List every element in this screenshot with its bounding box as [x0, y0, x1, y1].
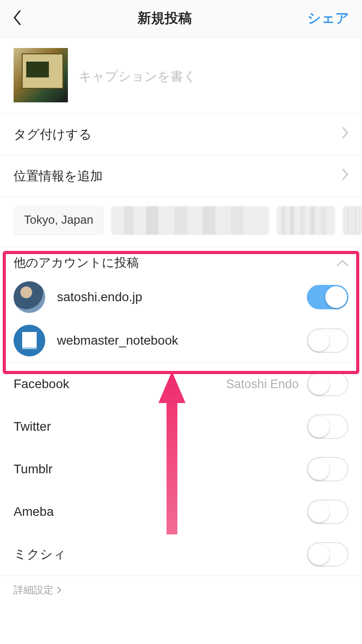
location-chip-blurred[interactable]: [111, 206, 269, 235]
caption-row: [0, 37, 362, 114]
share-target-label: Facebook: [14, 377, 69, 391]
location-chip-tokyo[interactable]: Tokyo, Japan: [14, 206, 104, 235]
chevron-right-icon: [342, 168, 348, 183]
share-target-extra: Satoshi Endo: [226, 377, 299, 391]
add-location-label: 位置情報を追加: [14, 168, 103, 185]
add-location-row[interactable]: 位置情報を追加: [0, 155, 362, 197]
post-thumbnail[interactable]: [14, 48, 68, 102]
share-button[interactable]: シェア: [307, 9, 349, 28]
share-target-row: Tumblr: [0, 448, 362, 490]
location-chip-blurred[interactable]: [343, 206, 362, 235]
other-accounts-header[interactable]: 他のアカウントに投稿: [0, 247, 362, 275]
location-suggestions: Tokyo, Japan: [0, 197, 362, 247]
account-toggle[interactable]: [307, 328, 348, 353]
back-button[interactable]: [13, 10, 22, 27]
tag-people-row[interactable]: タグ付けする: [0, 114, 362, 155]
chevron-up-icon: [337, 256, 348, 270]
caption-input[interactable]: [79, 48, 348, 102]
share-target-label: Tumblr: [14, 462, 52, 476]
avatar: [14, 281, 45, 313]
share-target-label: ミクシィ: [14, 546, 66, 563]
avatar: [14, 325, 45, 356]
account-name: webmaster_notebook: [57, 333, 295, 348]
share-toggle[interactable]: [307, 542, 348, 567]
share-target-label: Twitter: [14, 419, 51, 434]
tag-people-label: タグ付けする: [14, 126, 92, 143]
share-target-label: Ameba: [14, 505, 54, 519]
share-target-row: Ameba: [0, 490, 362, 533]
page-title: 新規投稿: [22, 9, 307, 28]
chevron-right-icon: [342, 127, 348, 142]
account-toggle[interactable]: [307, 285, 348, 309]
share-toggle[interactable]: [307, 500, 348, 524]
location-chip-blurred[interactable]: [276, 206, 335, 235]
share-toggle[interactable]: [307, 372, 348, 396]
share-target-row: Twitter: [0, 405, 362, 448]
other-account-row: satoshi.endo.jp: [0, 275, 362, 319]
chevron-right-icon: [57, 586, 62, 594]
share-toggle[interactable]: [307, 414, 348, 439]
other-account-row: webmaster_notebook: [0, 319, 362, 362]
share-target-row: Facebook Satoshi Endo: [0, 363, 362, 405]
share-toggle[interactable]: [307, 457, 348, 481]
advanced-settings-row[interactable]: 詳細設定: [0, 576, 362, 604]
other-accounts-label: 他のアカウントに投稿: [14, 255, 139, 271]
header: 新規投稿 シェア: [0, 0, 362, 37]
advanced-settings-label: 詳細設定: [14, 583, 53, 597]
account-name: satoshi.endo.jp: [57, 290, 295, 304]
share-target-row: ミクシィ: [0, 533, 362, 576]
